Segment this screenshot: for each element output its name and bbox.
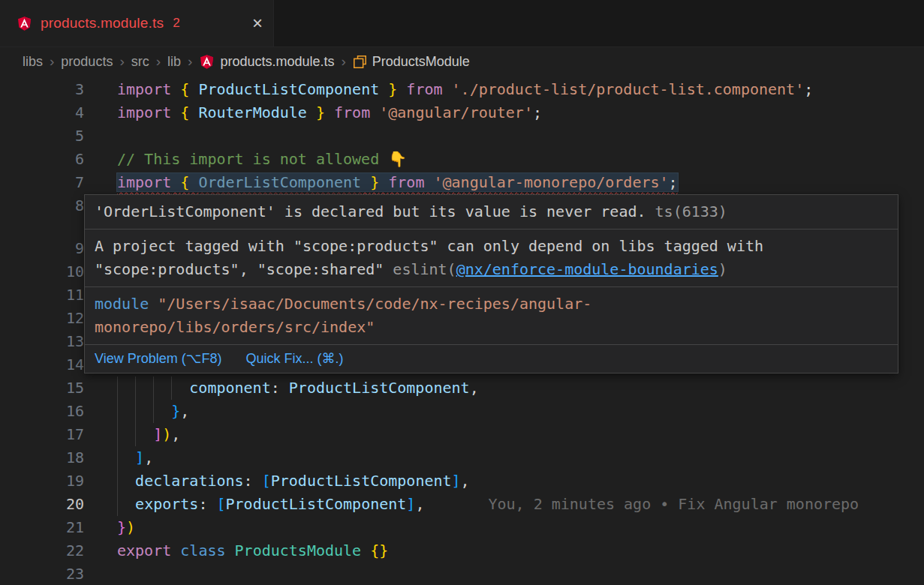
breadcrumb-item-products[interactable]: products bbox=[61, 54, 113, 70]
code-line-content[interactable]: ]), bbox=[117, 423, 924, 446]
breadcrumb-item-src[interactable]: src bbox=[131, 54, 149, 70]
breadcrumb-item-libs[interactable]: libs bbox=[23, 54, 43, 70]
indent-guide bbox=[135, 400, 136, 423]
indent-guide bbox=[117, 493, 118, 516]
code-line-3: 3import { ProductListComponent } from '.… bbox=[0, 78, 924, 101]
quick-fix-action[interactable]: Quick Fix... (⌘.) bbox=[245, 350, 343, 368]
angular-icon bbox=[199, 54, 215, 70]
hover-text-line: A project tagged with "scope:products" c… bbox=[95, 235, 888, 258]
line-number[interactable]: 7 bbox=[0, 171, 117, 194]
code-line-17: 17 ]), bbox=[0, 423, 924, 446]
hover-text-line: module "/Users/isaac/Documents/code/nx-r… bbox=[95, 292, 888, 316]
code-editor: 3import { ProductListComponent } from '.… bbox=[0, 76, 924, 585]
code-line-22: 22export class ProductsModule {} bbox=[0, 539, 924, 562]
breadcrumb-separator: › bbox=[156, 53, 161, 70]
hover-text-line: 'OrderListComponent' is declared but its… bbox=[95, 200, 888, 224]
tab-title: products.module.ts bbox=[41, 15, 164, 32]
breadcrumb-label: ProductsModule bbox=[372, 54, 470, 70]
hover-text-line: "scope:products", "scope:shared" eslint(… bbox=[95, 258, 888, 281]
breadcrumb: libs›products›src›lib›products.module.ts… bbox=[0, 47, 924, 76]
line-number[interactable]: 22 bbox=[0, 539, 117, 562]
code-line-21: 21}) bbox=[0, 516, 924, 539]
breadcrumb-separator: › bbox=[188, 53, 192, 70]
hover-section-ts-error: 'OrderListComponent' is declared but its… bbox=[85, 195, 898, 230]
code-line-content[interactable]: }, bbox=[117, 400, 924, 423]
code-line-18: 18 ], bbox=[0, 446, 924, 470]
code-line-4: 4import { RouterModule } from '@angular/… bbox=[0, 101, 924, 124]
breadcrumb-separator: › bbox=[119, 53, 124, 70]
code-line-content[interactable]: component: ProductListComponent, bbox=[117, 376, 924, 400]
breadcrumb-label: lib bbox=[167, 54, 181, 70]
code-line-content[interactable]: exports: [ProductListComponent],You, 2 m… bbox=[117, 493, 924, 516]
code-line-content[interactable]: // This import is not allowed 👇 bbox=[117, 148, 924, 171]
git-blame-annotation: You, 2 minutes ago • Fix Angular monorep… bbox=[488, 495, 859, 513]
indent-guide bbox=[117, 423, 118, 446]
line-number[interactable]: 15 bbox=[0, 376, 117, 400]
code-line-7: 7import { OrderListComponent } from '@an… bbox=[0, 171, 924, 194]
indent-guide bbox=[171, 376, 172, 400]
line-number[interactable]: 18 bbox=[0, 446, 117, 470]
indent-guide bbox=[117, 470, 118, 493]
indent-guide bbox=[153, 400, 154, 423]
code-line-content[interactable]: ], bbox=[117, 446, 924, 470]
code-line-19: 19 declarations: [ProductListComponent], bbox=[0, 470, 924, 493]
code-line-15: 15 component: ProductListComponent, bbox=[0, 376, 924, 400]
breadcrumb-item-lib[interactable]: lib bbox=[167, 54, 181, 70]
indent-guide bbox=[117, 446, 118, 470]
error-squiggle-range: import { OrderListComponent } from '@ang… bbox=[117, 173, 678, 191]
indent-guide bbox=[153, 376, 154, 400]
code-line-content[interactable]: declarations: [ProductListComponent], bbox=[117, 470, 924, 493]
line-number[interactable]: 16 bbox=[0, 400, 117, 423]
view-problem-action[interactable]: View Problem (⌥F8) bbox=[95, 350, 221, 368]
code-line-5: 5 bbox=[0, 124, 924, 148]
code-line-content[interactable]: }) bbox=[117, 516, 924, 539]
code-line-content[interactable] bbox=[117, 124, 924, 148]
indent-guide bbox=[135, 423, 136, 446]
line-number[interactable]: 6 bbox=[0, 148, 117, 171]
code-line-16: 16 }, bbox=[0, 400, 924, 423]
indent-guide bbox=[135, 376, 136, 400]
line-number[interactable]: 19 bbox=[0, 470, 117, 493]
angular-icon bbox=[17, 16, 32, 32]
code-line-6: 6// This import is not allowed 👇 bbox=[0, 148, 924, 171]
line-number[interactable]: 21 bbox=[0, 516, 117, 539]
line-number[interactable]: 20 bbox=[0, 493, 117, 516]
tab-error-count-badge: 2 bbox=[173, 16, 179, 31]
code-line-content[interactable]: import { RouterModule } from '@angular/r… bbox=[117, 101, 924, 124]
hover-action-bar: View Problem (⌥F8)Quick Fix... (⌘.) bbox=[85, 345, 898, 373]
line-number[interactable]: 4 bbox=[0, 101, 117, 124]
tab-products-module-ts[interactable]: products.module.ts 2 × bbox=[0, 0, 274, 46]
eslint-rule-link[interactable]: @nx/enforce-module-boundaries bbox=[456, 260, 718, 278]
line-number[interactable]: 17 bbox=[0, 423, 117, 446]
breadcrumb-label: products bbox=[61, 54, 113, 70]
line-number[interactable]: 5 bbox=[0, 124, 117, 148]
class-symbol-icon bbox=[353, 55, 367, 69]
indent-guide bbox=[117, 376, 118, 400]
breadcrumb-separator: › bbox=[50, 53, 54, 70]
hover-text-line: monorepo/libs/orders/src/index" bbox=[95, 316, 888, 339]
breadcrumb-label: src bbox=[131, 54, 149, 70]
code-line-23: 23 bbox=[0, 562, 924, 585]
tab-close-icon[interactable]: × bbox=[252, 14, 263, 32]
code-line-content[interactable]: import { ProductListComponent } from './… bbox=[117, 78, 924, 101]
line-number[interactable]: 3 bbox=[0, 78, 117, 101]
code-line-content[interactable] bbox=[117, 562, 924, 585]
line-number[interactable]: 23 bbox=[0, 562, 117, 585]
breadcrumb-label: products.module.ts bbox=[220, 54, 334, 70]
indent-guide bbox=[117, 400, 118, 423]
tab-bar: products.module.ts 2 × bbox=[0, 0, 924, 47]
breadcrumb-label: libs bbox=[23, 54, 43, 70]
breadcrumb-item-products-module-ts[interactable]: products.module.ts bbox=[199, 54, 334, 70]
error-hover-popup: 'OrderListComponent' is declared but its… bbox=[84, 194, 898, 374]
code-line-content[interactable]: import { OrderListComponent } from '@ang… bbox=[117, 171, 924, 194]
code-line-content[interactable]: export class ProductsModule {} bbox=[117, 539, 924, 562]
hover-section-eslint-error: A project tagged with "scope:products" c… bbox=[85, 230, 898, 287]
code-line-20: 20 exports: [ProductListComponent],You, … bbox=[0, 493, 924, 516]
breadcrumb-separator: › bbox=[341, 53, 345, 70]
breadcrumb-item-productsmodule[interactable]: ProductsModule bbox=[353, 54, 470, 70]
hover-section-module-info: module "/Users/isaac/Documents/code/nx-r… bbox=[85, 287, 898, 345]
